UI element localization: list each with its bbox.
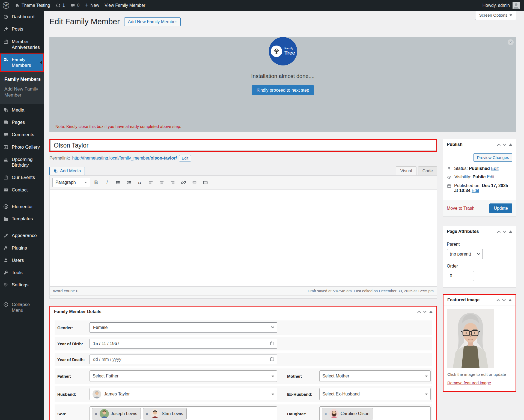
- insert-link-button[interactable]: [178, 178, 188, 187]
- admin-bar-view-family-member[interactable]: View Family Member: [105, 3, 145, 8]
- ex-husband-select[interactable]: Select Ex-Husband: [319, 388, 431, 400]
- add-new-family-member-button[interactable]: Add New Family Member: [124, 17, 181, 26]
- remove-icon[interactable]: ×: [324, 412, 327, 416]
- remove-icon[interactable]: ×: [145, 412, 149, 416]
- move-up-icon[interactable]: [496, 299, 500, 302]
- daughter-name: Caroline Olson: [341, 411, 370, 416]
- update-button[interactable]: Update: [489, 203, 512, 213]
- submenu-item-family-members[interactable]: Family Members: [0, 74, 44, 84]
- sidebar-item-posts[interactable]: Posts: [0, 23, 44, 35]
- toggle-panel-icon[interactable]: [508, 299, 512, 301]
- sidebar-item-tools[interactable]: Tools: [0, 266, 44, 279]
- remove-featured-image-link[interactable]: Remove featured image: [447, 380, 491, 385]
- sidebar-item-templates[interactable]: Templates: [0, 213, 44, 225]
- wordpress-logo-icon[interactable]: W: [3, 2, 9, 9]
- editor-status-bar: Word count: 0 Draft saved at 5:47:46 am.…: [49, 287, 437, 295]
- align-right-button[interactable]: [168, 178, 177, 187]
- admin-bar-account[interactable]: Howdy, admin: [483, 2, 520, 9]
- sidebar-item-elementor[interactable]: Elementor: [0, 200, 44, 213]
- son-name: Stan Lewis: [162, 411, 183, 416]
- comment-icon: [70, 3, 75, 8]
- blockquote-button[interactable]: “: [135, 178, 145, 187]
- admin-bar-new[interactable]: + New: [85, 3, 99, 8]
- year-of-birth-input[interactable]: [90, 339, 277, 349]
- permalink-slug-link[interactable]: olson-taylor/: [151, 156, 177, 160]
- daughter-multiselect[interactable]: × Caroline Olson: [319, 406, 431, 420]
- move-up-icon[interactable]: [417, 311, 421, 314]
- calendar-icon[interactable]: [270, 341, 275, 346]
- mother-select[interactable]: Select Mother: [319, 370, 431, 382]
- sidebar-item-media[interactable]: Media: [0, 104, 44, 116]
- sidebar-item-settings[interactable]: Settings: [0, 279, 44, 291]
- editor-content-area[interactable]: [49, 190, 437, 287]
- edit-permalink-button[interactable]: Edit: [179, 155, 191, 161]
- move-down-icon[interactable]: [503, 142, 506, 146]
- sidebar-item-family-members[interactable]: Family Members: [0, 53, 44, 72]
- edit-status-link[interactable]: Edit: [491, 166, 499, 171]
- screen-options-tab[interactable]: Screen Options: [475, 11, 516, 20]
- son-name: Joseph Lewis: [111, 411, 137, 416]
- toggle-panel-icon[interactable]: [509, 143, 512, 146]
- move-down-icon[interactable]: [502, 298, 506, 301]
- align-center-button[interactable]: [157, 178, 166, 187]
- preview-changes-button[interactable]: Preview Changes: [474, 153, 512, 162]
- father-select[interactable]: Select Father: [90, 370, 277, 382]
- move-down-icon[interactable]: [503, 229, 506, 233]
- sidebar-collapse-menu[interactable]: Collapse Menu: [0, 298, 44, 317]
- featured-image-caption: Click the image to edit or update: [447, 372, 512, 377]
- add-media-button[interactable]: Add Media: [49, 167, 85, 175]
- year-of-death-input[interactable]: [90, 355, 277, 364]
- sidebar-item-plugins[interactable]: Plugins: [0, 242, 44, 254]
- sidebar-item-contact[interactable]: Contact: [0, 184, 44, 196]
- permalink-url-link[interactable]: http://themetesting.local/family_member/: [72, 156, 151, 160]
- toolbar-toggle-button[interactable]: [200, 178, 210, 187]
- remove-icon[interactable]: ×: [94, 412, 98, 416]
- read-more-button[interactable]: [189, 178, 199, 187]
- order-input[interactable]: [447, 271, 474, 281]
- husband-select[interactable]: James Taylor: [90, 388, 277, 400]
- align-left-button[interactable]: [146, 178, 156, 187]
- sidebar-item-pages[interactable]: Pages: [0, 116, 44, 128]
- move-up-icon[interactable]: [497, 230, 501, 234]
- sidebar-item-dashboard[interactable]: Dashboard: [0, 11, 44, 23]
- sidebar-item-photo-gallery[interactable]: Photo Gallery: [0, 141, 44, 153]
- sidebar-item-our-events[interactable]: Our Events: [0, 171, 44, 184]
- move-up-icon[interactable]: [497, 143, 501, 147]
- status-label: Status:: [454, 166, 468, 171]
- sidebar-item-users[interactable]: Users: [0, 254, 44, 266]
- tab-code[interactable]: Code: [418, 166, 437, 175]
- gear-icon: [3, 282, 8, 287]
- italic-button[interactable]: I: [102, 178, 112, 187]
- move-to-trash-link[interactable]: Move to Trash: [447, 206, 474, 211]
- calendar-icon[interactable]: [270, 357, 275, 362]
- parent-select[interactable]: (no parent): [447, 249, 483, 259]
- proceed-next-step-button[interactable]: Kindly proceed to next step: [252, 85, 314, 95]
- admin-bar-comments[interactable]: 0: [70, 3, 80, 8]
- admin-bar-site-name[interactable]: Theme Testing: [15, 3, 50, 8]
- paragraph-format-select[interactable]: Paragraph: [52, 178, 90, 187]
- chevron-down-icon: [425, 394, 428, 395]
- submenu-item-add-new-family-member[interactable]: Add New Family Member: [0, 84, 44, 100]
- toggle-panel-icon[interactable]: [429, 311, 433, 313]
- editor-resize-handle[interactable]: [49, 295, 437, 299]
- post-title-input[interactable]: [50, 140, 436, 151]
- son-multiselect[interactable]: × Joseph Lewis ×: [90, 406, 277, 420]
- avatar: [513, 2, 520, 9]
- sidebar-item-upcoming-birthday[interactable]: Upcoming Birthday: [0, 153, 44, 172]
- close-icon[interactable]: ✕: [508, 39, 514, 45]
- sidebar-item-comments[interactable]: Comments: [0, 128, 44, 141]
- move-down-icon[interactable]: [423, 309, 427, 313]
- numbered-list-button[interactable]: [124, 178, 134, 187]
- featured-image-thumbnail[interactable]: [447, 309, 494, 368]
- bold-button[interactable]: B: [91, 178, 101, 187]
- edit-visibility-link[interactable]: Edit: [487, 175, 495, 179]
- admin-bar-updates[interactable]: 1: [56, 3, 65, 8]
- featured-image-title: Featured image: [447, 298, 480, 302]
- sidebar-item-member-anniversaries[interactable]: Member Anniversaries: [0, 35, 44, 54]
- gender-select[interactable]: Female: [90, 322, 277, 333]
- sidebar-item-appearance[interactable]: Appearance: [0, 229, 44, 242]
- bullet-list-button[interactable]: [113, 178, 123, 187]
- edit-published-date-link[interactable]: Edit: [472, 188, 479, 193]
- toggle-panel-icon[interactable]: [509, 230, 512, 233]
- tab-visual[interactable]: Visual: [396, 166, 416, 175]
